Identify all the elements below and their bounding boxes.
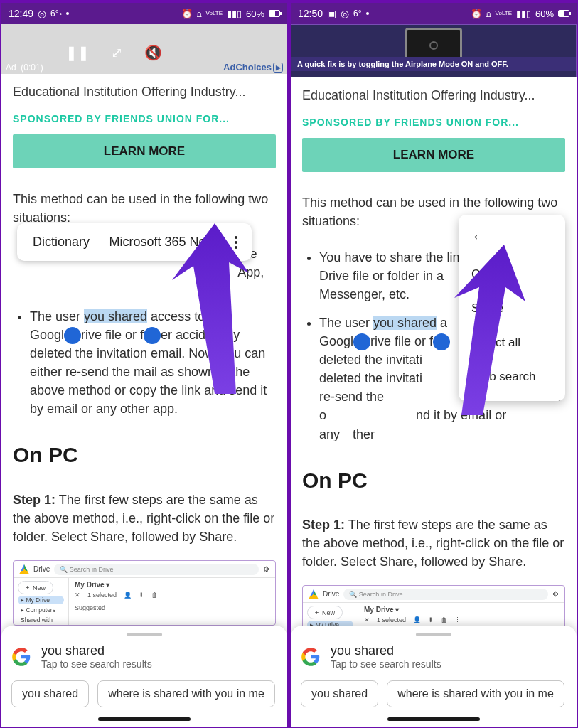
menu-copy[interactable]: Copy [459,257,565,291]
mute-icon[interactable]: 🔇 [144,44,162,61]
drive-new-button[interactable]: ＋ New [307,606,343,619]
menu-web-search[interactable]: Web search [459,360,565,394]
chip-1[interactable]: you shared [11,680,89,707]
volte-icon: VoLTE [496,11,512,16]
video-ad[interactable]: ❚❚ ⤢ 🔇 Ad (0:01) AdChoices▶ [1,24,287,74]
google-logo-icon [11,647,31,667]
chip-1[interactable]: you shared [301,680,378,707]
sponsor-block: Educational Institution Offering Industr… [291,77,577,128]
video-ad[interactable]: A quick fix is by toggling the Airplane … [291,24,577,77]
drive-logo-icon [309,589,319,599]
battery-pct: 60% [246,9,264,19]
bullet-2: The user you shared access to you Googlr… [30,307,276,419]
chip-2[interactable]: where is shared with you in me [387,680,564,707]
selection-handle-right[interactable] [433,333,450,350]
sponsor-name[interactable]: FRIENDS UNION FOR... [105,113,230,124]
volte-icon: VoLTE [206,11,223,16]
pause-icon[interactable]: ❚❚ [65,44,90,61]
drive-settings-icon[interactable]: ⚙ [263,565,269,573]
drive-screenshot: Drive 🔍 Search in Drive ⚙ ＋ New ▸ My Dri… [13,560,276,626]
clock: 12:49 [9,8,33,19]
text-selection-toolbar: Dictionary Microsoft 365 Note [17,223,252,261]
weather: 6°॰ [50,9,61,18]
context-menu: ← Copy Share Select all Web search [459,215,565,401]
video-caption: A quick fix is by toggling the Airplane … [291,57,576,71]
drive-settings-icon[interactable]: ⚙ [552,590,559,598]
wifi-icon: ⩍ [486,9,491,19]
menu-select-all[interactable]: Select all [459,326,565,360]
status-bar: 12:49 ◎ 6°॰ ⏰ ⩍ VoLTE ▮▮▯ 60% [1,3,287,24]
selection-handle-right[interactable] [144,327,161,344]
selection-handle-left[interactable] [353,333,370,350]
toolbar-dictionary[interactable]: Dictionary [27,235,95,250]
drive-toolbar: ✕1 selected👤⬇🗑⋮ [75,592,269,599]
fullscreen-icon[interactable]: ⤢ [111,44,123,61]
sheet-query: you shared [41,643,152,659]
nav-home-indicator[interactable] [98,717,191,721]
alarm-icon: ⏰ [471,9,482,19]
sheet-sub: Tap to see search results [331,658,441,670]
drive-brand: Drive [33,565,50,573]
sheet-query: you shared [331,643,441,659]
clock: 12:50 [298,8,323,19]
signal-icon: ▮▮▯ [227,9,242,19]
drive-header[interactable]: My Drive ▾ [75,581,269,589]
drive-side-shared[interactable]: Shared with me [18,616,64,626]
drive-header[interactable]: My Drive ▾ [364,606,559,614]
toolbar-more-icon[interactable] [230,236,242,249]
sponsor-title: Educational Institution Offering Industr… [13,84,276,100]
weather: 6° [353,9,361,18]
step-1: Step 1: The first few steps are the same… [13,491,276,546]
alarm-icon: ⏰ [181,9,193,19]
drive-brand: Drive [323,590,339,598]
drive-new-button[interactable]: ＋ New [18,581,53,594]
drive-logo-icon [19,564,29,574]
sheet-handle[interactable] [416,633,451,636]
drive-suggested: Suggested [75,604,269,611]
battery-icon [269,10,280,17]
menu-share[interactable]: Share [459,291,565,326]
sponsor-byline: SPONSORED BY FRIENDS UNION FOR... [302,117,565,128]
battery-icon [558,10,569,17]
notification-dot [366,12,369,15]
sponsor-block: Educational Institution Offering Industr… [1,74,287,124]
sheet-sub: Tap to see search results [41,658,152,670]
gallery-icon: ▣ [327,8,336,19]
drive-search[interactable]: 🔍 Search in Drive [343,589,548,600]
drive-search[interactable]: 🔍 Search in Drive [54,564,259,575]
selected-text[interactable]: you shared [84,309,147,323]
selected-text[interactable]: you shared [373,316,437,330]
learn-more-button[interactable]: LEARN MORE [302,138,565,172]
menu-back[interactable]: ← [459,222,565,257]
toolbar-ms365-note[interactable]: Microsoft 365 Note [103,235,222,250]
battery-pct: 60% [535,9,554,19]
sponsor-title: Educational Institution Offering Industr… [302,87,565,104]
status-bar: 12:50 ▣ ◎ 6° ⏰ ⩍ VoLTE ▮▮▯ 60% [291,3,577,24]
google-logo-icon [301,647,321,667]
google-search-sheet[interactable]: you shared Tap to see search results you… [1,626,287,727]
google-search-sheet[interactable]: you shared Tap to see search results you… [291,626,577,727]
learn-more-button[interactable]: LEARN MORE [13,134,276,168]
heading-on-pc: On PC [302,465,565,496]
ad-label: Ad (0:01) [6,63,43,73]
adchoices-link[interactable]: AdChoices▶ [223,62,283,73]
heading-on-pc: On PC [13,439,276,471]
signal-icon: ▮▮▯ [516,9,531,19]
wifi-icon: ⩍ [197,9,202,19]
sheet-handle[interactable] [127,633,162,636]
sponsor-name[interactable]: FRIENDS UNION FOR... [394,117,519,128]
sponsor-byline: SPONSORED BY FRIENDS UNION FOR... [13,113,276,124]
notification-dot [66,12,69,15]
drive-side-computers[interactable]: ▸ Computers [18,606,64,614]
nav-home-indicator[interactable] [387,717,480,721]
selection-handle-left[interactable] [64,327,81,344]
drive-toolbar: ✕1 selected👤⬇🗑⋮ [364,616,559,623]
phone-right: 12:50 ▣ ◎ 6° ⏰ ⩍ VoLTE ▮▮▯ 60% A quick f… [289,0,578,728]
chip-2[interactable]: where is shared with you in me [97,680,275,707]
instagram-icon: ◎ [341,8,349,19]
drive-side-mydrive[interactable]: ▸ My Drive [18,596,64,604]
instagram-icon: ◎ [38,8,46,19]
step-1: Step 1: The first few steps are the same… [302,515,565,571]
intro-text: This method can be used in the following… [13,190,276,227]
phone-left: 12:49 ◎ 6°॰ ⏰ ⩍ VoLTE ▮▮▯ 60% ❚❚ ⤢ 🔇 Ad … [0,0,289,728]
